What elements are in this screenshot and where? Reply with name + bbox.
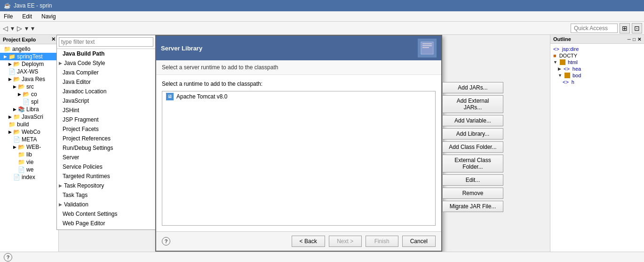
outline-content: <> jsp:dire ■ DOCTY ▼ html ▶ <> hea ▼ bo…	[550, 44, 644, 87]
prop-jsp-fragment[interactable]: JSP Fragment	[57, 115, 155, 124]
add-library-button[interactable]: Add Library...	[442, 128, 503, 139]
prop-project-references[interactable]: Project References	[57, 134, 155, 143]
dialog-subtitle: Select a server runtime to add to the cl…	[156, 60, 441, 75]
outline-controls: ─ □ ✕	[628, 37, 641, 42]
svg-rect-1	[422, 43, 432, 44]
prop-web-page-editor[interactable]: Web Page Editor	[57, 219, 155, 228]
finish-button[interactable]: Finish	[366, 236, 398, 247]
prop-task-tags[interactable]: Task Tags	[57, 190, 155, 200]
dialog-help-icon[interactable]: ?	[162, 237, 170, 246]
perspective-button[interactable]: ⊞	[620, 23, 630, 33]
runtime-item-tomcat[interactable]: 🖥 Apache Tomcat v8.0	[162, 91, 435, 102]
tree-item-javares[interactable]: ▶ 📂 Java Res	[0, 75, 58, 83]
folder-icon: 📂	[23, 91, 30, 98]
outline-item-body[interactable]: ▼ bod	[552, 72, 642, 79]
nav-forward-dropdown[interactable]: ▾	[24, 25, 29, 32]
prop-project-facets[interactable]: Project Facets	[57, 124, 155, 134]
prop-validation[interactable]: ▶ Validation	[57, 200, 155, 209]
back-button[interactable]: < Back	[292, 236, 325, 247]
prop-label: JavaScript	[63, 98, 89, 104]
nav-down-button[interactable]: ▾	[30, 25, 35, 32]
prop-task-repository[interactable]: ▶ Task Repository	[57, 181, 155, 190]
tree-item-deployments[interactable]: ▶ 📂 Deploym	[0, 60, 58, 68]
prop-server[interactable]: Server	[57, 153, 155, 162]
tree-item-javascript[interactable]: ▶ 📁 JavaScri	[0, 113, 58, 121]
nav-forward-button[interactable]: ▷	[16, 25, 23, 32]
properties-panel: Java Build Path ▶ Java Code Style Java C…	[56, 35, 155, 230]
menu-edit[interactable]: Edit	[20, 13, 34, 20]
project-explorer-title: Project Explo	[3, 37, 36, 42]
quick-access-input[interactable]	[571, 24, 618, 33]
tree-item-jaxws[interactable]: 📄 JAX-WS	[0, 68, 58, 75]
migrate-jar-button[interactable]: Migrate JAR File...	[442, 201, 503, 212]
next-button[interactable]: Next >	[329, 236, 362, 247]
prop-java-build-path[interactable]: Java Build Path	[57, 49, 155, 58]
runtime-icon: 🖥	[166, 93, 174, 100]
edit-button[interactable]: Edit...	[442, 174, 503, 186]
prop-java-code-style[interactable]: ▶ Java Code Style	[57, 58, 155, 68]
doctype-icon: ■	[553, 53, 557, 58]
project-explorer-close[interactable]: ✕	[51, 36, 56, 42]
add-class-folder-button[interactable]: Add Class Folder...	[442, 141, 503, 153]
runtime-list: 🖥 Apache Tomcat v8.0	[162, 91, 436, 226]
tree-item-springtest[interactable]: ▶ 📁 springTest	[0, 53, 58, 60]
tree-item-we[interactable]: 📄 we	[0, 166, 58, 173]
prop-java-editor[interactable]: Java Editor	[57, 77, 155, 87]
tree-item-vie[interactable]: 📁 vie	[0, 158, 58, 166]
tree-item-lib[interactable]: 📁 lib	[0, 151, 58, 158]
expand-icon: ▶	[59, 183, 62, 188]
nav-back-button[interactable]: ◁	[2, 25, 9, 32]
add-variable-button[interactable]: Add Variable...	[442, 115, 503, 126]
prop-targeted-runtimes[interactable]: Targeted Runtimes	[57, 172, 155, 181]
nav-back-dropdown[interactable]: ▾	[10, 25, 15, 32]
menu-bar: File Edit Navig	[0, 11, 644, 22]
tree-item-build[interactable]: 📁 build	[0, 121, 58, 128]
add-external-jars-button[interactable]: Add External JARs...	[442, 95, 503, 113]
filter-input[interactable]	[59, 37, 153, 47]
cancel-button[interactable]: Cancel	[402, 236, 436, 247]
outline-minimize[interactable]: ─	[628, 37, 631, 42]
external-class-folder-button[interactable]: External Class Folder...	[442, 155, 503, 172]
outline-close[interactable]: ✕	[637, 37, 641, 42]
tree-item-meta[interactable]: 📄 META	[0, 136, 58, 143]
remove-button[interactable]: Remove	[442, 188, 503, 199]
prop-javadoc-location[interactable]: Javadoc Location	[57, 87, 155, 96]
tree-item-web[interactable]: ▶ 📂 WEB-	[0, 143, 58, 151]
prop-web-content-settings[interactable]: Web Content Settings	[57, 209, 155, 219]
dialog-subtitle-text: Select a server runtime to add to the cl…	[162, 64, 278, 71]
tree-label: WebCo	[22, 129, 40, 135]
status-help-icon[interactable]: ?	[4, 253, 12, 262]
prop-javascript[interactable]: JavaScript	[57, 96, 155, 106]
prop-jshint[interactable]: JSHint	[57, 106, 155, 115]
outline-item-head[interactable]: ▶ <> hea	[552, 66, 642, 72]
tree-item-index[interactable]: 📄 index	[0, 173, 58, 181]
outline-item-html[interactable]: ▼ html	[552, 59, 642, 66]
tree-item-angello[interactable]: 📁 angello	[0, 45, 58, 53]
tree-item-co[interactable]: ▶ 📂 co	[0, 90, 58, 98]
outline-item-h[interactable]: <> h	[552, 79, 642, 85]
prop-label: Javadoc Location	[63, 88, 106, 95]
tree-item-src[interactable]: ▶ 📂 src	[0, 83, 58, 90]
folder-icon: 📂	[18, 83, 25, 90]
add-jars-button[interactable]: Add JARs...	[442, 82, 503, 93]
outline-panel: Outline ─ □ ✕ <> jsp:dire ■ DOCTY ▼ html	[550, 35, 644, 252]
folder-icon: 📂	[13, 76, 20, 82]
menu-file[interactable]: File	[2, 13, 15, 20]
tree-item-libra[interactable]: ▶ 📚 Libra	[0, 106, 58, 113]
tree-label: co	[31, 91, 37, 98]
tree-item-webcontent[interactable]: ▶ 📂 WebCo	[0, 128, 58, 136]
tree-item-spl[interactable]: 📄 spl	[0, 98, 58, 106]
prop-service-policies[interactable]: Service Policies	[57, 162, 155, 172]
expand-icon: ▶	[558, 66, 561, 71]
prop-java-compiler[interactable]: Java Compiler	[57, 68, 155, 77]
prop-web-project-settings[interactable]: Web Project Settings	[57, 228, 155, 229]
doc-icon: 📄	[23, 98, 30, 105]
outline-label: html	[568, 59, 578, 65]
menu-navigate[interactable]: Navig	[40, 13, 58, 20]
outline-maximize[interactable]: □	[633, 37, 636, 42]
prop-run-debug[interactable]: Run/Debug Settings	[57, 143, 155, 153]
view-button[interactable]: ⊡	[632, 23, 642, 33]
tree-label: WEB-	[26, 144, 41, 150]
tree-label: index	[22, 174, 35, 180]
doc-icon: 📄	[8, 68, 16, 75]
